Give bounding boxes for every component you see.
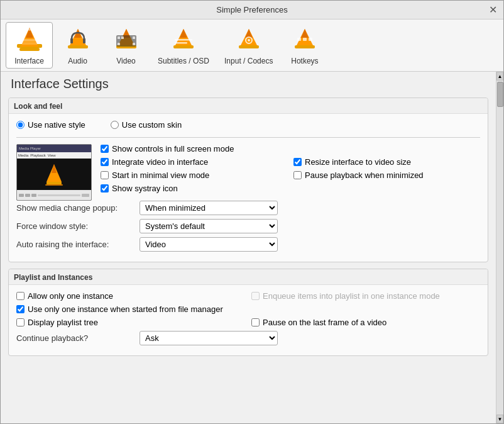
svg-rect-36: [309, 38, 312, 41]
tab-hotkeys[interactable]: Hotkeys: [281, 22, 328, 69]
svg-marker-33: [301, 29, 309, 38]
tab-input[interactable]: Input / Codecs: [217, 22, 280, 69]
systray-check[interactable]: Show systray icon: [101, 184, 480, 193]
interface-icon: [14, 25, 45, 55]
titlebar: Simple Preferences ✕: [1, 1, 503, 20]
svg-rect-34: [297, 38, 301, 41]
fullscreen-check[interactable]: Show controls in full screen mode: [101, 144, 480, 153]
svg-rect-4: [23, 39, 36, 42]
tab-subtitles-label: Subtitles / OSD: [158, 57, 209, 65]
pause-last-check[interactable]: Pause on the last frame of a video: [251, 318, 480, 327]
two-col-row-1: Integrate video in interface Resize inte…: [101, 157, 480, 170]
media-popup-select[interactable]: When minimized Always Never: [140, 201, 278, 215]
svg-rect-16: [118, 36, 120, 39]
scroll-down-button[interactable]: ▼: [496, 415, 503, 423]
page-title: Interface Settings: [8, 77, 488, 91]
video-icon: [111, 25, 141, 55]
svg-rect-3: [19, 48, 40, 51]
two-col-row-2: Start in minimal view mode Pause playbac…: [101, 170, 480, 184]
pause-minimize-check[interactable]: Pause playback when minimized: [293, 170, 480, 180]
skin-radio-row: Use native style Use custom skin: [16, 120, 480, 130]
svg-marker-23: [180, 29, 187, 38]
svg-rect-18: [133, 36, 135, 39]
playlist-tree-check[interactable]: Display playlist tree: [16, 318, 245, 327]
auto-raising-row: Auto raising the interface: Video Always…: [16, 237, 480, 252]
svg-rect-26: [239, 45, 259, 48]
scrollbar: ▲ ▼: [496, 72, 503, 423]
vlc-preview: Media Player MediaPlaybackView: [16, 144, 92, 201]
tab-hotkeys-label: Hotkeys: [291, 57, 318, 65]
playlist-row-2: Display playlist tree Pause on the last …: [16, 318, 480, 331]
file-manager-check[interactable]: Use only one instance when started from …: [16, 304, 480, 314]
subtitles-icon: [168, 25, 199, 55]
svg-rect-17: [121, 36, 124, 39]
svg-rect-25: [175, 42, 187, 44]
svg-rect-24: [175, 39, 192, 41]
auto-raising-select[interactable]: Video Always Never: [140, 237, 278, 252]
enqueue-check[interactable]: Enqueue items into playlist in one insta…: [251, 291, 480, 301]
custom-skin-radio[interactable]: Use custom skin: [111, 120, 182, 130]
svg-rect-10: [70, 38, 73, 43]
look-and-feel-body: Use native style Use custom skin: [9, 114, 488, 262]
svg-rect-7: [68, 45, 88, 48]
main-window: Simple Preferences ✕ Interface: [0, 0, 504, 424]
tab-interface[interactable]: Interface: [6, 22, 53, 69]
separator: [16, 137, 480, 138]
integrate-video-check[interactable]: Integrate video in interface: [101, 157, 287, 167]
resize-interface-check[interactable]: Resize interface to video size: [293, 157, 480, 167]
continue-label: Continue playback?: [16, 333, 136, 343]
svg-rect-40: [45, 184, 63, 186]
native-style-radio[interactable]: Use native style: [16, 120, 85, 130]
toolbar: Interface Audio: [1, 20, 503, 72]
tab-input-label: Input / Codecs: [224, 57, 273, 65]
audio-icon: [63, 25, 93, 55]
scroll-thumb[interactable]: [497, 82, 503, 107]
playlist-section: Playlist and Instances Allow only one in…: [8, 269, 488, 356]
playlist-row-1: Allow only one instance Enqueue items in…: [16, 291, 480, 304]
playlist-body: Allow only one instance Enqueue items in…: [9, 285, 488, 355]
checkboxes-col: Show controls in full screen mode Integr…: [101, 144, 480, 201]
media-popup-row: Show media change popup: When minimized …: [16, 201, 480, 215]
svg-rect-11: [83, 38, 85, 43]
svg-rect-20: [133, 43, 135, 45]
svg-rect-19: [118, 43, 120, 45]
tab-audio-label: Audio: [68, 57, 87, 65]
auto-raising-label: Auto raising the interface:: [16, 240, 136, 249]
main-layout: Media Player MediaPlaybackView: [16, 144, 480, 201]
svg-point-6: [28, 28, 31, 31]
window-title: Simple Preferences: [17, 5, 487, 14]
svg-rect-31: [295, 45, 315, 48]
hotkeys-icon: [290, 25, 320, 55]
main-content: Interface Settings Look and feel Use nat…: [1, 72, 496, 423]
svg-marker-28: [245, 29, 253, 38]
window-style-row: Force window style: System's default Fus…: [16, 219, 480, 233]
window-style-label: Force window style:: [16, 221, 136, 231]
look-and-feel-section: Look and feel Use native style Use custo…: [8, 98, 488, 262]
tab-audio[interactable]: Audio: [54, 22, 101, 69]
svg-rect-39: [47, 182, 62, 184]
svg-point-30: [248, 39, 250, 42]
vlc-cone-preview: [45, 163, 63, 186]
playlist-title: Playlist and Instances: [9, 269, 488, 285]
continue-select[interactable]: Ask Always Never: [140, 331, 278, 345]
scroll-up-button[interactable]: ▲: [496, 72, 503, 81]
svg-rect-35: [303, 38, 307, 41]
look-and-feel-title: Look and feel: [9, 98, 488, 114]
one-instance-check[interactable]: Allow only one instance: [16, 291, 245, 301]
input-icon: [234, 25, 264, 55]
media-popup-label: Show media change popup:: [16, 203, 136, 213]
tab-video-label: Video: [116, 57, 135, 65]
tab-subtitles[interactable]: Subtitles / OSD: [151, 22, 216, 69]
svg-rect-21: [173, 45, 194, 48]
window-style-select[interactable]: System's default Fusion Windows: [140, 219, 278, 233]
tab-interface-label: Interface: [14, 57, 44, 65]
close-button[interactable]: ✕: [487, 4, 498, 16]
minimal-view-check[interactable]: Start in minimal view mode: [101, 170, 287, 180]
continue-row: Continue playback? Ask Always Never: [16, 331, 480, 345]
svg-rect-5: [22, 42, 37, 45]
tab-video[interactable]: Video: [102, 22, 150, 69]
